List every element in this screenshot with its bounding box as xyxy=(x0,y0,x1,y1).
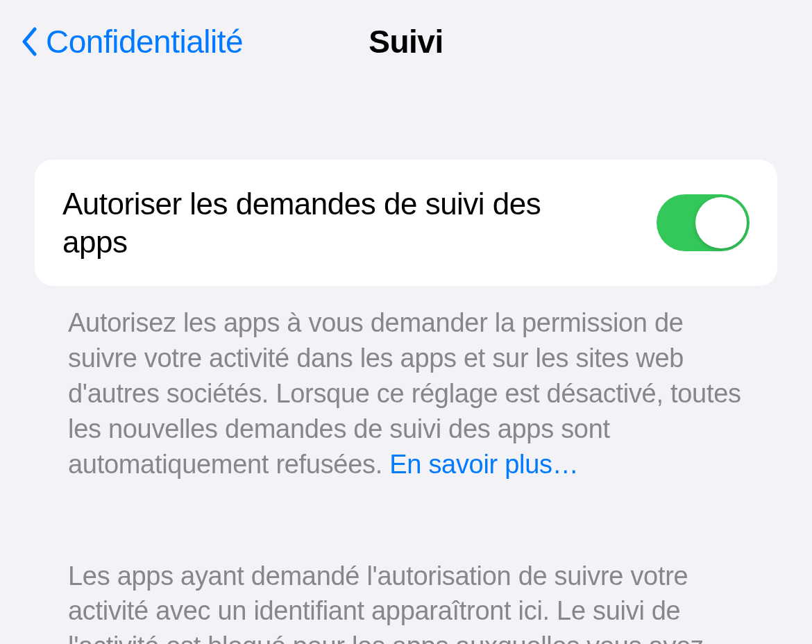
allow-tracking-row: Autoriser les demandes de suivi des apps xyxy=(35,160,777,286)
tracking-description: Autorisez les apps à vous demander la pe… xyxy=(35,286,777,482)
page-title: Suivi xyxy=(369,23,443,60)
navigation-header: Confidentialité Suivi xyxy=(0,0,812,76)
back-label: Confidentialité xyxy=(46,23,243,60)
allow-tracking-toggle[interactable] xyxy=(657,194,750,251)
back-button[interactable]: Confidentialité xyxy=(21,23,243,60)
learn-more-link[interactable]: En savoir plus… xyxy=(389,450,578,479)
toggle-knob xyxy=(695,197,747,248)
chevron-left-icon xyxy=(21,27,37,56)
content-area: Autoriser les demandes de suivi des apps… xyxy=(0,76,812,644)
apps-info-text: Les apps ayant demandé l'autorisation de… xyxy=(35,482,777,644)
allow-tracking-label: Autoriser les demandes de suivi des apps xyxy=(62,185,583,261)
